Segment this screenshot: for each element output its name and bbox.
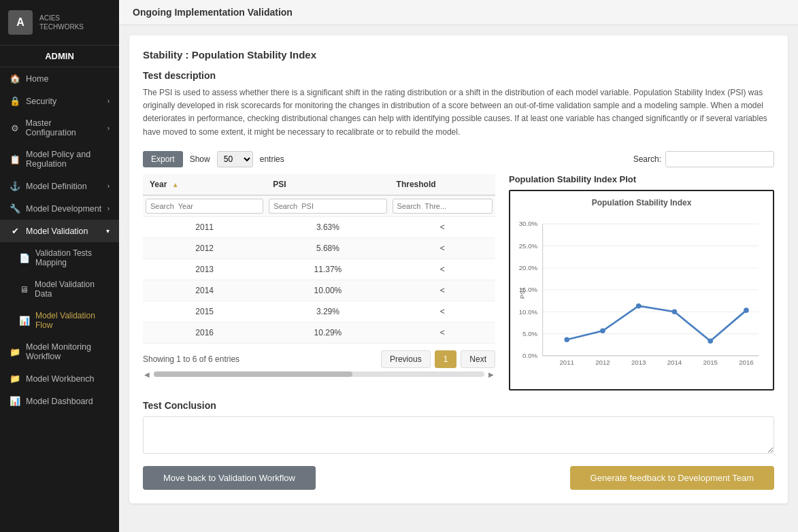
sidebar-item-validation-tests-label: Validation Tests Mapping <box>35 248 110 267</box>
table-wrapper: Year ▲ PSI Threshold <box>143 174 495 344</box>
bar-chart-icon: 📊 <box>10 396 20 406</box>
sidebar-nav: 🏠 Home 🔒 Security › ⚙ Master Configurati… <box>0 67 119 532</box>
pagination-area: Showing 1 to 6 of 6 entries Previous 1 N… <box>143 350 495 368</box>
gear-icon: ⚙ <box>10 123 20 133</box>
table-chart-section: Export Show 10 25 50 100 entries Search: <box>143 151 774 390</box>
cell-psi: 11.37% <box>266 259 389 280</box>
table-section: Year ▲ PSI Threshold <box>143 174 495 378</box>
search-input[interactable] <box>665 151 774 167</box>
main-content: Ongoing Implementation Validation Stabil… <box>119 0 798 532</box>
sidebar-item-model-validation-label: Model Validation <box>26 227 88 236</box>
sidebar-item-model-definition[interactable]: ⚓ Model Definition › <box>0 175 119 197</box>
svg-text:20.0%: 20.0% <box>519 264 538 271</box>
data-point-2013 <box>636 303 642 309</box>
sidebar-item-model-development[interactable]: 🔧 Model Development › <box>0 197 119 220</box>
test-desc-label: Test description <box>143 70 774 81</box>
sort-icon-year: ▲ <box>172 181 179 188</box>
chart-inner-title: Population Stability Index <box>517 198 766 207</box>
svg-text:Year: Year <box>646 366 659 367</box>
conclusion-area: Test Conclusion <box>143 400 774 456</box>
sidebar-item-model-monitoring-label: Model Monitoring Workflow <box>26 342 110 361</box>
show-select[interactable]: 10 25 50 100 <box>217 151 253 167</box>
sidebar-item-home[interactable]: 🏠 Home <box>0 67 119 90</box>
cell-psi: 10.00% <box>266 280 389 301</box>
chevron-right-icon: › <box>107 97 110 105</box>
sidebar-item-validation-tests[interactable]: 📄 Validation Tests Mapping <box>0 242 119 273</box>
svg-text:2015: 2015 <box>703 359 718 366</box>
search-label: Search: <box>633 154 661 164</box>
scroll-bar-area: ◀ ▶ <box>143 371 495 378</box>
data-point-2011 <box>564 337 569 342</box>
psi-chart-svg: 30.0% 25.0% 20.0% 15.0% 10.0% 5.0% 0.0% <box>517 212 766 368</box>
sidebar-item-model-validation[interactable]: ✔ Model Validation ▾ <box>0 220 119 242</box>
home-icon: 🏠 <box>10 73 20 84</box>
col-header-psi[interactable]: PSI <box>266 174 389 195</box>
svg-text:5.0%: 5.0% <box>522 330 537 337</box>
chart-container: Population Stability Index Plot Populati… <box>509 174 774 390</box>
svg-text:10.0%: 10.0% <box>519 307 538 315</box>
svg-text:2014: 2014 <box>667 359 682 366</box>
sidebar-item-home-label: Home <box>26 74 48 84</box>
scroll-track <box>154 371 484 377</box>
search-threshold-input[interactable] <box>393 199 493 214</box>
cell-psi: 10.29% <box>266 322 389 343</box>
search-year-cell <box>143 195 266 217</box>
table-body: 2011 3.63% < 2012 5.68% < 2013 11.37% < … <box>143 216 495 343</box>
cell-year: 2016 <box>143 322 266 343</box>
top-bar: Ongoing Implementation Validation <box>119 0 798 25</box>
sidebar-item-model-monitoring[interactable]: 📁 Model Monitoring Workflow <box>0 336 119 367</box>
scroll-left-arrow[interactable]: ◀ <box>143 371 151 378</box>
chart-title: Population Stability Index Plot <box>509 174 774 184</box>
back-button[interactable]: Move back to Validation Workflow <box>143 466 316 490</box>
data-point-2012 <box>600 328 605 333</box>
svg-text:PSI: PSI <box>518 288 526 299</box>
chart-icon: 📊 <box>19 316 30 326</box>
sidebar-item-model-dashboard[interactable]: 📊 Model Dashboard <box>0 390 119 412</box>
scroll-thumb <box>154 371 352 377</box>
sidebar-item-master-config[interactable]: ⚙ Master Configuration › <box>0 112 119 144</box>
sidebar-item-security[interactable]: 🔒 Security › <box>0 90 119 112</box>
search-year-input[interactable] <box>146 199 263 214</box>
cell-psi: 3.63% <box>266 216 389 237</box>
content-area: Stability : Population Stability Index T… <box>119 25 798 532</box>
psi-line <box>567 305 746 341</box>
sidebar-item-model-policy[interactable]: 📋 Model Policy and Regulation <box>0 144 119 175</box>
chevron-right-icon: › <box>107 182 110 190</box>
page-1-button[interactable]: 1 <box>435 350 457 368</box>
sidebar-item-model-development-label: Model Development <box>26 204 101 214</box>
showing-text: Showing 1 to 6 of 6 entries <box>143 354 239 364</box>
cell-threshold: < <box>390 322 495 343</box>
data-point-2014 <box>672 309 678 314</box>
col-header-threshold[interactable]: Threshold <box>390 174 495 195</box>
main-card: Stability : Population Stability Index T… <box>129 35 788 503</box>
chart-section: Year ▲ PSI Threshold <box>143 174 774 390</box>
table-row: 2013 11.37% < <box>143 259 495 280</box>
chevron-right-icon: › <box>107 124 110 132</box>
sidebar-item-model-validation-data[interactable]: 🖥 Model Validation Data <box>0 273 119 305</box>
export-button[interactable]: Export <box>143 151 183 167</box>
card-title: Stability : Population Stability Index <box>143 49 774 61</box>
feedback-button[interactable]: Generate feedback to Development Team <box>570 466 774 490</box>
chevron-right-icon: › <box>107 205 110 212</box>
conclusion-textarea[interactable] <box>143 416 774 454</box>
monitor-icon: 🖥 <box>19 284 29 295</box>
sidebar-item-model-dashboard-label: Model Dashboard <box>26 397 93 406</box>
sidebar-item-model-workbench[interactable]: 📁 Model Workbench <box>0 367 119 390</box>
cell-threshold: < <box>390 216 495 237</box>
folder2-icon: 📁 <box>10 373 20 384</box>
data-point-2015 <box>708 338 713 344</box>
scroll-right-arrow[interactable]: ▶ <box>487 371 495 378</box>
next-button[interactable]: Next <box>461 350 495 368</box>
col-header-year[interactable]: Year ▲ <box>143 174 266 195</box>
search-psi-input[interactable] <box>269 199 386 214</box>
admin-label: ADMIN <box>0 46 119 67</box>
document-icon: 📄 <box>19 253 30 263</box>
previous-button[interactable]: Previous <box>381 350 431 368</box>
sidebar-item-model-validation-flow[interactable]: 📊 Model Validation Flow <box>0 305 119 336</box>
sidebar-item-master-config-label: Master Configuration <box>25 118 101 137</box>
cell-threshold: < <box>390 237 495 259</box>
logo-text: ACIESTECHWORKS <box>39 14 84 31</box>
svg-text:2011: 2011 <box>559 359 574 366</box>
svg-text:2013: 2013 <box>631 359 646 366</box>
sidebar-item-model-validation-flow-label: Model Validation Flow <box>35 311 110 330</box>
